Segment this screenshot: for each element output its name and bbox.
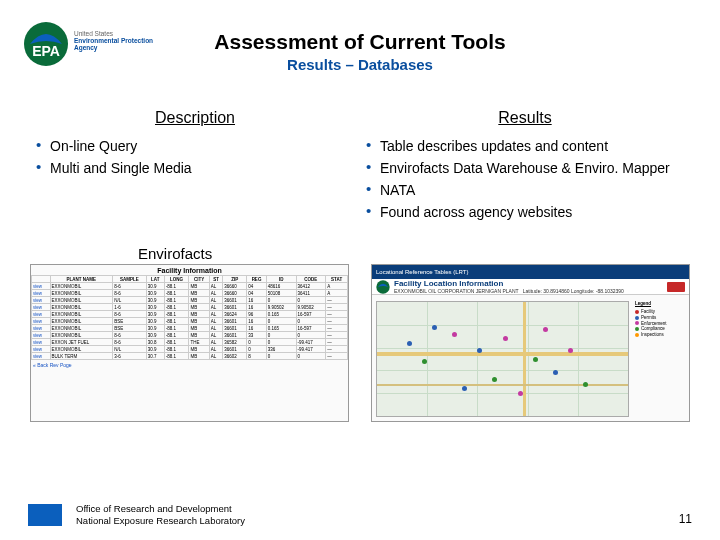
logo-line2: Environmental Protection bbox=[74, 37, 153, 44]
logo-line1: United States bbox=[74, 30, 153, 37]
map-legend: Legend Facility Permits Enforcement Comp… bbox=[633, 297, 689, 421]
results-column: Results Table describes updates and cont… bbox=[360, 109, 690, 223]
results-item: Envirofacts Data Warehouse & Enviro. Map… bbox=[366, 157, 690, 179]
epa-logo-text: United States Environmental Protection A… bbox=[74, 30, 153, 51]
legend-item: Inspections bbox=[641, 332, 664, 337]
legend-item: Facility bbox=[641, 309, 655, 314]
description-item: Multi and Single Media bbox=[36, 157, 360, 179]
epa-logo: EPA United States Environmental Protecti… bbox=[24, 22, 153, 66]
thumb-table-title: Facility Information bbox=[31, 265, 348, 275]
epa-seal-icon: EPA bbox=[24, 22, 68, 66]
legend-item: Permits bbox=[641, 315, 656, 320]
page-number: 11 bbox=[679, 512, 692, 526]
results-item: Table describes updates and content bbox=[366, 135, 690, 157]
map-coords: Latitude: 30.8914860 Longitude: -88.1032… bbox=[523, 288, 624, 294]
footer-line1: Office of Research and Development bbox=[76, 503, 245, 514]
results-item: NATA bbox=[366, 179, 690, 201]
legend-title: Legend bbox=[635, 301, 687, 307]
logo-line3: Agency bbox=[74, 44, 153, 51]
footer-text: Office of Research and Development Natio… bbox=[76, 503, 245, 526]
map-canvas bbox=[376, 301, 629, 417]
results-item: Found across agency websites bbox=[366, 201, 690, 223]
envirofacts-label: Envirofacts bbox=[138, 245, 692, 262]
enviromapper-map-thumbnail: Locational Reference Tables (LRT) Facili… bbox=[371, 264, 690, 422]
legend-item: Compliance bbox=[641, 326, 665, 331]
map-title: Facility Location Information bbox=[394, 279, 624, 288]
description-heading: Description bbox=[30, 109, 360, 127]
footer-color-bar bbox=[28, 504, 62, 526]
results-heading: Results bbox=[360, 109, 690, 127]
map-action-button bbox=[667, 282, 685, 292]
thumb-table: PLANT NAMESAMPLELATLONGCITYSTZIPREGIDCOD… bbox=[31, 275, 348, 360]
legend-item: Enforcement bbox=[641, 321, 667, 326]
svg-point-2 bbox=[376, 280, 389, 293]
map-header-bar: Locational Reference Tables (LRT) bbox=[372, 265, 689, 279]
map-title-bar: Facility Location Information EXXONMOBIL… bbox=[372, 279, 689, 295]
svg-text:EPA: EPA bbox=[32, 43, 60, 59]
envirofacts-table-thumbnail: Facility Information PLANT NAMESAMPLELAT… bbox=[30, 264, 349, 422]
description-column: Description On-line Query Multi and Sing… bbox=[30, 109, 360, 223]
description-item: On-line Query bbox=[36, 135, 360, 157]
footer-line2: National Exposure Research Laboratory bbox=[76, 515, 245, 526]
map-subtitle: EXXONMOBIL OIL CORPORATION JERNIGAN PLAN… bbox=[394, 288, 518, 294]
epa-seal-icon bbox=[376, 280, 390, 294]
thumb-table-footer: « Back Rev Poge bbox=[31, 360, 348, 370]
